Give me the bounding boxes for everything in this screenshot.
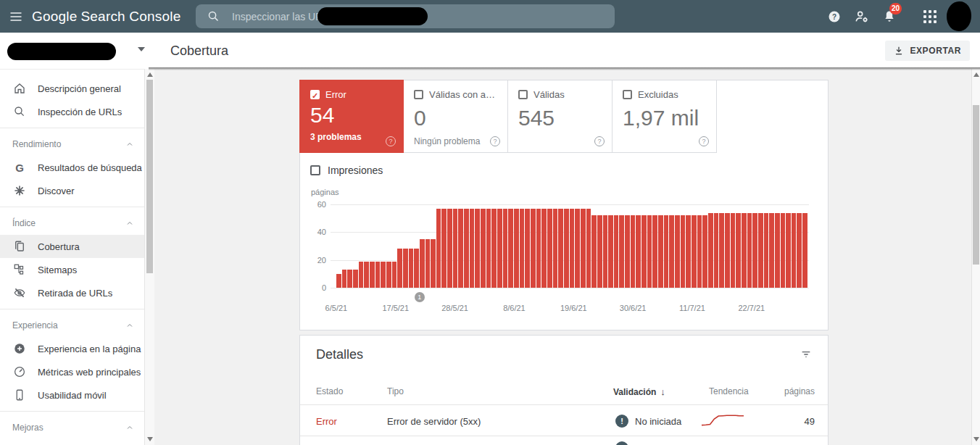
filter-icon[interactable] — [800, 349, 812, 360]
help-circle-icon[interactable]: ? — [594, 136, 605, 146]
chart-bar — [669, 215, 674, 288]
sidebar-item-cobertura[interactable]: Cobertura — [0, 235, 144, 258]
valid-warnings-checkbox[interactable] — [414, 90, 423, 99]
sidebar-item-discover[interactable]: Discover — [0, 179, 144, 202]
add-circle-icon — [12, 341, 27, 356]
col-tendencia[interactable]: Tendencia — [709, 386, 749, 396]
chart-bar — [464, 209, 469, 288]
chart-bar — [431, 239, 436, 288]
sidebar-item-resultados-busqueda[interactable]: G Resultados de búsqueda — [0, 156, 144, 179]
user-settings-icon[interactable] — [848, 3, 876, 30]
row-tipo: Error de servidor (5xx) — [387, 405, 481, 437]
col-estado[interactable]: Estado — [316, 386, 343, 396]
chart-bar — [692, 215, 697, 288]
chart-bar — [631, 215, 636, 288]
error-checkbox[interactable]: ✓ — [310, 90, 320, 99]
chart-bar — [375, 262, 381, 288]
chart-bar — [652, 215, 657, 288]
table-row[interactable]: Error Error de servidor (5xx) ! No inici… — [300, 404, 828, 436]
chevron-up-icon — [125, 423, 134, 432]
export-button[interactable]: EXPORTAR — [885, 41, 970, 61]
notifications-bell-icon[interactable]: 20 — [876, 3, 903, 30]
sidebar-item-sitemaps[interactable]: Sitemaps — [0, 258, 144, 281]
sidebar-scrollbar[interactable] — [145, 69, 154, 445]
help-button[interactable]: ? — [821, 3, 848, 30]
chart-bar — [797, 213, 802, 288]
error-count: 54 — [310, 103, 394, 128]
chart-bars — [336, 204, 807, 288]
chart-annotation-marker[interactable]: 1 — [415, 292, 425, 302]
window-scrollbar-thumb[interactable] — [973, 105, 979, 265]
col-paginas[interactable]: páginas — [784, 386, 815, 396]
help-circle-icon[interactable]: ? — [699, 136, 709, 146]
x-axis-ticks: 6/5/2117/5/2128/5/218/6/2119/6/2130/6/21… — [331, 304, 809, 314]
chart-bar — [453, 209, 458, 288]
excluded-checkbox[interactable] — [623, 90, 632, 99]
hamburger-menu-icon[interactable] — [7, 8, 25, 25]
sidebar-item-experiencia-pagina[interactable]: Experiencia en la página — [0, 337, 144, 360]
avatar[interactable] — [947, 1, 971, 31]
x-tick-label: 8/6/21 — [503, 304, 526, 312]
sidebar-item-retirada-urls[interactable]: Retirada de URLs — [0, 281, 144, 304]
chart-bar — [536, 209, 541, 288]
window-scrollbar[interactable] — [971, 69, 980, 445]
scroll-up-arrow[interactable] — [973, 72, 979, 77]
x-tick-label: 22/7/21 — [738, 304, 765, 312]
property-caret-down-icon[interactable] — [138, 47, 145, 51]
chevron-up-icon — [125, 219, 134, 228]
chart-bar — [508, 209, 513, 288]
sidebar-section-indice[interactable]: Índice — [0, 212, 144, 235]
impressions-toggle[interactable]: Impresiones — [310, 165, 383, 176]
chart-bar — [742, 213, 747, 288]
header-shadow — [149, 67, 980, 70]
help-circle-icon[interactable]: ? — [490, 136, 500, 146]
valid-checkbox[interactable] — [518, 90, 528, 99]
sidebar-section-rendimiento[interactable]: Rendimiento — [0, 133, 144, 156]
row-validacion: ! No iniciada — [615, 405, 681, 437]
card-excluidas[interactable]: Excluidas 1,97 mil ? — [612, 80, 717, 153]
scroll-down-arrow[interactable] — [147, 437, 153, 441]
property-selector[interactable] — [7, 43, 116, 60]
sidebar-item-metricas-web[interactable]: Métricas web principales — [0, 360, 144, 383]
chevron-up-icon — [125, 321, 134, 330]
x-tick-label: 28/5/21 — [441, 304, 468, 312]
chart-bar — [531, 209, 536, 288]
card-error[interactable]: ✓ Error 54 3 problemas ? — [299, 80, 404, 153]
chart-bar — [370, 262, 375, 288]
details-panel: Detalles Estado Tipo Validación↓ Tendenc… — [299, 335, 829, 445]
impressions-checkbox[interactable] — [310, 165, 320, 175]
chart-bar — [725, 213, 730, 288]
chart-bar — [425, 239, 431, 288]
chart-bar — [558, 209, 563, 288]
sidebar-item-descripcion-general[interactable]: Descripción general — [0, 77, 144, 100]
sidebar-item-usabilidad-movil[interactable]: Usabilidad móvil — [0, 383, 144, 407]
help-circle-icon[interactable]: ? — [386, 136, 396, 146]
chart-bar — [608, 215, 613, 288]
sidebar-scrollbar-thumb[interactable] — [146, 80, 153, 273]
sidebar-section-mejoras[interactable]: Mejoras — [0, 416, 144, 439]
scroll-down-arrow[interactable] — [973, 437, 979, 441]
chart-bar — [714, 213, 719, 288]
chart-bar — [441, 209, 447, 288]
chart-bar — [686, 215, 691, 288]
chart-bar — [436, 209, 441, 288]
chart-bar — [675, 215, 680, 288]
card-validas[interactable]: Válidas 545 ? — [508, 80, 612, 153]
y-axis-label: páginas — [311, 188, 339, 196]
chart-bar — [381, 262, 386, 288]
notification-badge: 20 — [889, 3, 902, 14]
col-validacion[interactable]: Validación↓ — [613, 386, 665, 397]
url-inspection-search-input[interactable]: Inspeccionar las URL d — [196, 4, 615, 28]
col-tipo[interactable]: Tipo — [387, 386, 404, 396]
sidebar-section-experiencia[interactable]: Experiencia — [0, 314, 144, 337]
sidebar-item-inspeccion-urls[interactable]: Inspección de URLs — [0, 100, 144, 123]
scroll-up-arrow[interactable] — [147, 72, 153, 77]
bar-chart: 60 40 20 0 — [331, 204, 809, 288]
details-table-header: Estado Tipo Validación↓ Tendencia página… — [300, 380, 828, 404]
redacted-search-text — [317, 7, 428, 25]
card-validas-con-advertencias[interactable]: Válidas con adver... 0 Ningún problema ? — [404, 80, 508, 153]
chart-bar — [708, 213, 713, 288]
chevron-up-icon — [125, 140, 134, 149]
google-apps-grid-icon[interactable] — [916, 3, 944, 30]
chart-bar — [570, 209, 575, 288]
